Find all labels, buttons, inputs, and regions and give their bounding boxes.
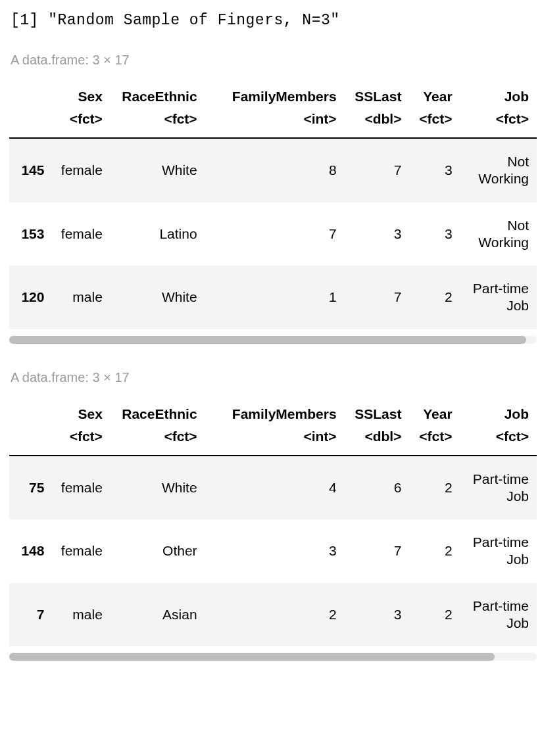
cell-sslast: 7: [345, 138, 410, 202]
cell-race: Other: [111, 519, 205, 583]
scrollbar-thumb[interactable]: [9, 336, 526, 344]
col-year-type: <fct>: [409, 426, 460, 456]
rowname: 145: [9, 138, 51, 202]
cell-job: Part-time Job: [460, 519, 537, 583]
table-2: Sex RaceEthnic FamilyMembers SSLast Year…: [9, 394, 537, 647]
cell-family: 3: [205, 519, 345, 583]
col-year-label: Year: [409, 77, 460, 108]
col-sslast-type: <dbl>: [345, 108, 410, 138]
table-row: 120 male White 1 7 2 Part-time Job: [9, 266, 537, 329]
rowname: 7: [9, 583, 51, 647]
col-sex-type: <fct>: [51, 426, 110, 456]
rowname: 120: [9, 266, 51, 329]
cell-family: 7: [205, 202, 345, 266]
console-output: [1] "Random Sample of Fingers, N=3": [11, 12, 537, 29]
col-year-type: <fct>: [409, 108, 460, 138]
cell-year: 2: [409, 519, 460, 583]
cell-year: 2: [409, 456, 460, 520]
cell-family: 8: [205, 138, 345, 202]
table-2-scroll[interactable]: Sex RaceEthnic FamilyMembers SSLast Year…: [9, 394, 537, 647]
table-1-header-row: Sex RaceEthnic FamilyMembers SSLast Year…: [9, 77, 537, 108]
col-family-type: <int>: [205, 426, 345, 456]
col-family-label: FamilyMembers: [205, 394, 345, 426]
cell-sslast: 6: [345, 456, 410, 520]
table-row: 148 female Other 3 7 2 Part-time Job: [9, 519, 537, 583]
horizontal-scrollbar-2[interactable]: [9, 653, 537, 661]
rowname-type: [9, 426, 51, 456]
table-2-type-row: <fct> <fct> <int> <dbl> <fct> <fct>: [9, 426, 537, 456]
col-race-label: RaceEthnic: [111, 77, 205, 108]
cell-sex: female: [51, 138, 110, 202]
cell-race: White: [111, 138, 205, 202]
cell-sslast: 7: [345, 266, 410, 329]
cell-sslast: 3: [345, 202, 410, 266]
col-job-type: <fct>: [460, 108, 537, 138]
col-race-type: <fct>: [111, 108, 205, 138]
cell-race: Latino: [111, 202, 205, 266]
col-job-label: Job: [460, 77, 537, 108]
cell-job: Part-time Job: [460, 583, 537, 647]
cell-job: Not Working: [460, 138, 537, 202]
cell-job: Part-time Job: [460, 266, 537, 329]
col-year-label: Year: [409, 394, 460, 426]
table-2-header-row: Sex RaceEthnic FamilyMembers SSLast Year…: [9, 394, 537, 426]
cell-race: Asian: [111, 583, 205, 647]
rowname: 153: [9, 202, 51, 266]
cell-sex: female: [51, 202, 110, 266]
col-race-type: <fct>: [111, 426, 205, 456]
col-family-label: FamilyMembers: [205, 77, 345, 108]
col-job-label: Job: [460, 394, 537, 426]
cell-family: 4: [205, 456, 345, 520]
cell-sslast: 3: [345, 583, 410, 647]
rowname: 148: [9, 519, 51, 583]
cell-family: 1: [205, 266, 345, 329]
table-1-scroll[interactable]: Sex RaceEthnic FamilyMembers SSLast Year…: [9, 77, 537, 329]
col-sslast-label: SSLast: [345, 77, 410, 108]
table-row: 7 male Asian 2 3 2 Part-time Job: [9, 583, 537, 647]
cell-family: 2: [205, 583, 345, 647]
rowname-header: [9, 77, 51, 108]
cell-sex: male: [51, 266, 110, 329]
cell-job: Part-time Job: [460, 456, 537, 520]
page: [1] "Random Sample of Fingers, N=3" A da…: [0, 0, 542, 680]
horizontal-scrollbar-1[interactable]: [9, 336, 537, 344]
table-row: 145 female White 8 7 3 Not Working: [9, 138, 537, 202]
scrollbar-thumb[interactable]: [9, 653, 495, 661]
cell-year: 3: [409, 202, 460, 266]
rowname-header: [9, 394, 51, 426]
dataframe-caption-2: A data.frame: 3 × 17: [11, 370, 537, 385]
table-1: Sex RaceEthnic FamilyMembers SSLast Year…: [9, 77, 537, 329]
col-family-type: <int>: [205, 108, 345, 138]
cell-year: 3: [409, 138, 460, 202]
cell-race: White: [111, 266, 205, 329]
cell-sex: female: [51, 519, 110, 583]
col-sslast-type: <dbl>: [345, 426, 410, 456]
cell-year: 2: [409, 583, 460, 647]
table-row: 153 female Latino 7 3 3 Not Working: [9, 202, 537, 266]
rowname: 75: [9, 456, 51, 520]
table-row: 75 female White 4 6 2 Part-time Job: [9, 456, 537, 520]
table-1-type-row: <fct> <fct> <int> <dbl> <fct> <fct>: [9, 108, 537, 138]
col-sslast-label: SSLast: [345, 394, 410, 426]
col-sex-label: Sex: [51, 394, 110, 426]
cell-sex: male: [51, 583, 110, 647]
col-race-label: RaceEthnic: [111, 394, 205, 426]
cell-year: 2: [409, 266, 460, 329]
cell-sslast: 7: [345, 519, 410, 583]
cell-race: White: [111, 456, 205, 520]
col-job-type: <fct>: [460, 426, 537, 456]
col-sex-type: <fct>: [51, 108, 110, 138]
cell-sex: female: [51, 456, 110, 520]
cell-job: Not Working: [460, 202, 537, 266]
col-sex-label: Sex: [51, 77, 110, 108]
rowname-type: [9, 108, 51, 138]
dataframe-caption-1: A data.frame: 3 × 17: [11, 53, 537, 68]
